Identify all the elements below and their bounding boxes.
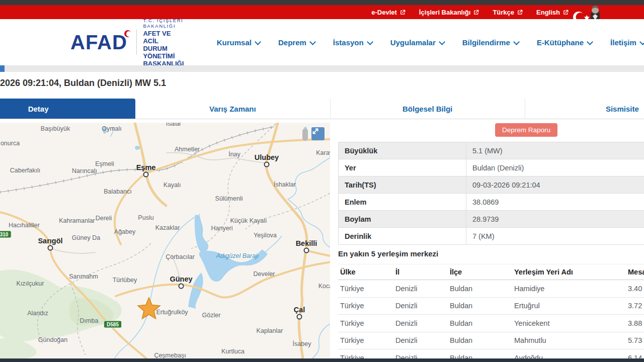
table-cell: Buldan xyxy=(448,302,512,310)
page-title: 2026 09:21:04, Buldan (Denizli) MW 5.1 xyxy=(0,72,644,88)
earthquake-report-button[interactable]: Deprem Raporu xyxy=(495,123,557,137)
parameter-value: 7 (KM) xyxy=(466,232,644,240)
nav-item-i-leti-im[interactable]: İletişim xyxy=(610,38,644,47)
parameter-label: Derinlik xyxy=(339,228,466,244)
external-link-icon xyxy=(400,10,406,15)
logo-crescent-icon xyxy=(124,30,131,37)
topbar-link-i-i-leri-bakanl[interactable]: İçişleri Bakanlığı xyxy=(419,9,479,16)
column-header-i-l-e: İlçe xyxy=(448,268,512,276)
topbar-link-label: English xyxy=(536,9,560,16)
table-row: TürkiyeDenizliBuldanMahmutlu5.73 xyxy=(338,332,644,350)
map-handle-button[interactable] xyxy=(302,129,308,141)
table-cell: 3.88 xyxy=(626,319,644,327)
topbar-link-t-rk-e[interactable]: Türkçe xyxy=(493,9,523,16)
detail-tabs: DetayVarış ZamanıBölgesel BilgiSismisite xyxy=(0,99,644,119)
parameter-value: Buldan (Denizli) xyxy=(466,164,644,172)
external-link-icon xyxy=(517,10,523,15)
nav-item-kurumsal[interactable]: Kurumsal xyxy=(217,38,260,47)
parameter-label: Boylam xyxy=(339,211,466,227)
table-row: TürkiyeDenizliBuldanErtuğrul3.72 xyxy=(338,298,644,315)
ministry-text: T.C. İÇİŞLERİ BAKANLIĞI AFET VE ACİL DUR… xyxy=(143,18,184,67)
table-cell: Yenicekent xyxy=(512,319,626,327)
map-graphics xyxy=(0,123,330,359)
earthquake-parameters-table: Büyüklük5.1 (MW)YerBuldan (Denizli)Tarih… xyxy=(338,142,644,245)
column-header-lke: Ülke xyxy=(338,268,393,276)
external-link-icon xyxy=(563,10,569,15)
topbar-link-english[interactable]: English xyxy=(536,9,569,16)
table-cell: Hamidiye xyxy=(512,285,626,293)
map-canvas[interactable]: onurcaBaşıbüyükOymalıİsalarAhmetlerİnayK… xyxy=(0,123,330,359)
topbar-link-label: İçişleri Bakanlığı xyxy=(419,9,471,16)
tab-detay[interactable]: Detay xyxy=(0,99,135,119)
table-cell: 3.40 xyxy=(626,285,644,293)
chevron-down-icon xyxy=(367,39,373,45)
tab-b-lgesel-bilgi[interactable]: Bölgesel Bilgi xyxy=(331,99,525,119)
map-expand-button[interactable] xyxy=(311,127,325,140)
earthquake-detail-panel: Deprem Raporu Büyüklük5.1 (MW)YerBuldan … xyxy=(338,123,644,359)
parameter-value: 5.1 (MW) xyxy=(466,147,644,155)
separator-band xyxy=(0,65,644,72)
logo-divider xyxy=(136,30,137,55)
tab-var-zaman[interactable]: Varış Zamanı xyxy=(135,99,330,119)
table-cell: Türkiye xyxy=(338,319,393,327)
table-cell: Buldan xyxy=(448,319,512,327)
chevron-down-icon xyxy=(587,39,593,45)
nearest-settlements-heading: En yakın 5 yerleşim merkezi xyxy=(338,249,438,258)
topbar-link-label: Türkçe xyxy=(493,9,514,16)
chevron-down-icon xyxy=(309,39,316,45)
parameter-label: Tarih(TS) xyxy=(339,176,466,193)
parameter-value: 38.0869 xyxy=(466,198,644,206)
column-header-mesafe: Mesafe xyxy=(626,268,644,276)
table-header-row: ÜlkeİlİlçeYerleşim Yeri AdıMesafe xyxy=(338,264,644,280)
table-row: TürkiyeDenizliBuldanHamidiye3.40 xyxy=(338,280,644,298)
parameter-label: Enlem xyxy=(339,194,466,210)
table-cell: Türkiye xyxy=(338,302,393,310)
chevron-down-icon xyxy=(439,39,445,45)
afad-logo[interactable]: AFAD T.C. İÇİŞLERİ BAKANLIĞI AFET VE ACİ… xyxy=(70,18,184,67)
table-cell: Denizli xyxy=(393,302,448,310)
parameter-value: 28.9739 xyxy=(466,215,644,223)
main-navigation: KurumsalDepremİstasyonUygulamalarBilgile… xyxy=(217,38,644,47)
nav-item-uygulamalar[interactable]: Uygulamalar xyxy=(390,38,444,47)
table-cell: Mahmutlu xyxy=(512,336,626,344)
chevron-down-icon xyxy=(639,39,644,45)
parameter-row-enlem: Enlem38.0869 xyxy=(339,194,644,211)
parameter-row-boylam: Boylam28.9739 xyxy=(339,211,644,228)
table-cell: 5.73 xyxy=(626,336,644,344)
nav-item-bilgilendirme[interactable]: Bilgilendirme xyxy=(462,38,519,47)
topbar-link-label: e-Devlet xyxy=(371,9,397,16)
chevron-down-icon xyxy=(255,39,261,45)
nav-item-deprem[interactable]: Deprem xyxy=(278,38,315,47)
site-header: AFAD T.C. İÇİŞLERİ BAKANLIĞI AFET VE ACİ… xyxy=(0,19,644,65)
table-cell: Buldan xyxy=(448,336,512,344)
title-row: 2026 09:21:04, Buldan (Denizli) MW 5.1 xyxy=(0,72,644,99)
parameter-row-tarih-ts: Tarih(TS)09-03-2026 09:21:04 xyxy=(339,176,644,194)
table-cell: Denizli xyxy=(393,319,448,327)
tab-sismisite[interactable]: Sismisite xyxy=(525,99,644,119)
expand-arrows-icon xyxy=(311,127,319,135)
parameter-row-b-y-kl-k: Büyüklük5.1 (MW) xyxy=(339,142,644,159)
table-cell: Denizli xyxy=(393,336,448,344)
table-cell: Ertuğrul xyxy=(512,302,626,310)
table-cell: Denizli xyxy=(393,285,448,293)
topbar-links: e-Devletİçişleri BakanlığıTürkçeEnglish xyxy=(371,9,569,16)
column-header-yerle-im-yeri-ad: Yerleşim Yeri Adı xyxy=(512,268,626,276)
parameter-row-yer: YerBuldan (Denizli) xyxy=(339,159,644,176)
footer-bar xyxy=(0,358,644,362)
content-area: onurcaBaşıbüyükOymalıİsalarAhmetlerİnayK… xyxy=(0,119,644,359)
table-cell: Buldan xyxy=(448,285,512,293)
nav-item-e-k-t-phane[interactable]: E-Kütüphane xyxy=(537,38,592,47)
top-dark-strip xyxy=(0,0,644,5)
table-cell: Türkiye xyxy=(338,285,393,293)
nav-item-i-stasyon[interactable]: İstasyon xyxy=(333,38,372,47)
parameter-value: 09-03-2026 09:21:04 xyxy=(466,181,644,189)
parameter-label: Büyüklük xyxy=(339,142,466,159)
band-fragment xyxy=(0,65,5,72)
table-cell: Türkiye xyxy=(338,336,393,344)
table-cell: 3.72 xyxy=(626,302,644,310)
topbar-link-e-devlet[interactable]: e-Devlet xyxy=(371,9,406,16)
table-row: TürkiyeDenizliBuldanYenicekent3.88 xyxy=(338,315,644,332)
parameter-row-derinlik: Derinlik7 (KM) xyxy=(339,228,644,245)
afad-wordmark: AFAD xyxy=(70,32,127,52)
afad-earthquake-detail-page: { "topbar": { "links": [ {"label": "e-De… xyxy=(0,0,644,362)
